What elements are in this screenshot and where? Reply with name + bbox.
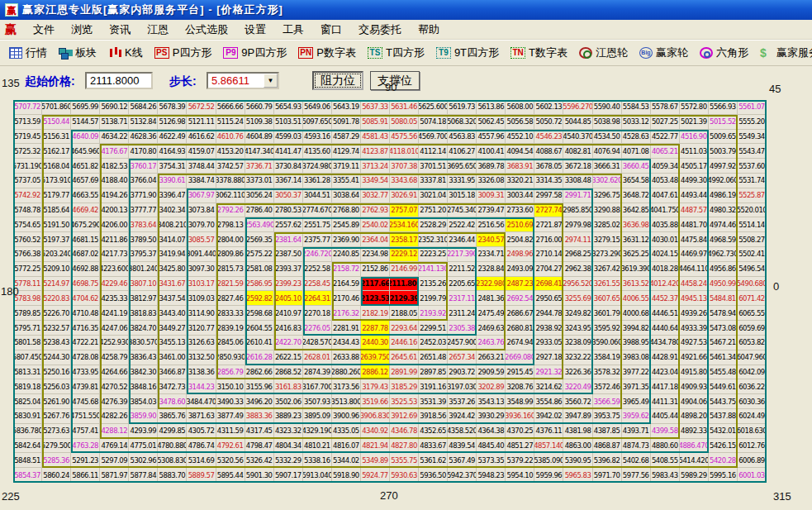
toolbar-label: 赢家轮 (656, 45, 688, 60)
toolbar-button-江恩轮[interactable]: 江恩轮 (573, 43, 634, 63)
grid-cell: 2845.06 (216, 336, 245, 350)
chevron-down-icon[interactable]: ▼ (264, 74, 278, 88)
grid-cell: 2293.64 (390, 321, 419, 336)
grid-cell: 2563.490 (245, 217, 274, 232)
grid-cell: 5009.65 (709, 130, 738, 145)
grid-cell: 2399.23 (274, 277, 303, 292)
grid-cell: 4106.27 (448, 144, 477, 159)
toolbar-button-板块[interactable]: 板块 (53, 43, 102, 63)
grid-cell: 4710.48 (71, 306, 100, 321)
grid-cell: 5989.29 (680, 468, 709, 483)
menu-item-设置[interactable]: 设置 (236, 21, 274, 39)
grid-cell: 5226.70 (42, 306, 71, 321)
grid-cell: 3285.02 (593, 217, 622, 232)
pn-badge-icon: PN (298, 47, 313, 59)
grid-cell: 2716.00 (534, 232, 563, 247)
grid-cell: 5801.58 (13, 336, 42, 350)
grid-cell: 4147.340 (245, 144, 274, 159)
grid-cell: 2504.82 (506, 232, 534, 247)
grid-cell: 5748.78 (13, 203, 42, 218)
menu-item-交易委托[interactable]: 交易委托 (350, 21, 410, 39)
angle-label-90: 90 (385, 81, 397, 93)
menu-item-江恩[interactable]: 江恩 (139, 21, 177, 39)
grid-cell: 4769.14 (100, 439, 129, 454)
grid-cell: 2211.52 (448, 262, 477, 277)
toolbar-button-赢家服务[interactable]: $赢家服务 (754, 43, 812, 63)
toolbar-label: P四方形 (173, 45, 212, 60)
step-label: 步长: (169, 74, 197, 89)
toolbar-button-P数字表[interactable]: PNP数字表 (292, 43, 362, 63)
toolbar-label: 江恩轮 (596, 45, 628, 60)
grid-cell: 4950.99 (709, 277, 738, 292)
menu-item-工具[interactable]: 工具 (274, 21, 312, 39)
grid-cell: 3132.50 (187, 350, 216, 365)
grid-cell: 2393.37 (274, 262, 303, 277)
grid-cell: 2452.03 (419, 336, 448, 350)
grid-cell: 2387.50 (274, 247, 303, 262)
grid-cell: 5461.34 (709, 350, 738, 365)
grid-cell: 2985.850 (563, 203, 592, 218)
grid-cell: 5267.76 (42, 409, 71, 424)
grid-cell: 5238.43 (42, 336, 71, 350)
menu-item-浏览[interactable]: 浏览 (63, 21, 101, 39)
angle-label-0: 0 (773, 280, 779, 293)
grid-cell: 3912.69 (390, 409, 419, 424)
grid-cell: 5297.09 (100, 453, 129, 468)
grid-cell: 3484.470 (187, 394, 216, 409)
angle-label-270: 270 (380, 489, 398, 502)
toolbar-button-K线[interactable]: K线 (102, 43, 149, 63)
toolbar-button-六角形[interactable]: 六角形 (694, 43, 754, 63)
grid-cell: 3155.96 (245, 379, 274, 394)
menu-item-公式选股[interactable]: 公式选股 (177, 21, 236, 39)
grid-cell: 3067.97 (187, 188, 216, 203)
grid-cell: 3689.78 (477, 159, 506, 174)
menu-logo-icon: 赢 (5, 22, 17, 37)
grid-cell: 2727.74 (534, 203, 563, 218)
grid-cell: 5285.36 (42, 453, 71, 468)
grid-cell: 3830.570 (129, 336, 158, 350)
grid-cell: 4452.37 (651, 291, 680, 306)
menu-item-资讯[interactable]: 资讯 (101, 21, 139, 39)
grid-cell: 4311.59 (216, 424, 245, 439)
grid-cell: 2276.05 (303, 321, 332, 336)
grid-cell: 4546.23 (534, 130, 563, 145)
grid-cell: 3478.60 (158, 394, 187, 409)
grid-cell: 4886.470 (680, 439, 709, 454)
resistance-button[interactable]: 阻力位 (312, 71, 363, 90)
grid-cell: 4141.47 (274, 144, 303, 159)
menu-item-文件[interactable]: 文件 (25, 21, 63, 39)
grid-cell: 2598.68 (245, 306, 274, 321)
grid-cell: 5279.500 (42, 439, 71, 454)
toolbar-button-行情[interactable]: 行情 (3, 43, 53, 63)
step-combobox[interactable]: 5.86611 ▼ (207, 72, 279, 89)
start-price-input[interactable] (85, 72, 153, 89)
grid-cell: 3402.34 (158, 203, 187, 218)
toolbar-button-赢家轮[interactable]: Big赢家轮 (634, 43, 694, 63)
grid-cell: 5185.64 (42, 203, 71, 218)
grid-cell: 3519.66 (361, 394, 390, 409)
grid-cell: 4065.21 (651, 144, 680, 159)
grid-cell: 4986.19 (709, 188, 738, 203)
grid-cell: 2334.71 (477, 247, 506, 262)
toolbar-button-T四方形[interactable]: TST四方形 (362, 43, 430, 63)
grid-cell: 3666.31 (593, 159, 622, 174)
grid-cell: 3214.62 (534, 379, 563, 394)
menu-item-窗口[interactable]: 窗口 (312, 21, 350, 39)
grid-cell: 5549.34 (738, 130, 767, 145)
menu-item-帮助[interactable]: 帮助 (410, 21, 448, 39)
grid-cell: 2446.16 (390, 336, 419, 350)
toolbar-button-9P四方形[interactable]: P99P四方形 (217, 43, 292, 63)
grid-cell: 2299.51 (419, 321, 448, 336)
grid-cell: 3660.45 (622, 159, 651, 174)
grid-cell: 4188.40 (100, 174, 129, 188)
grid-cell: 4012.420 (651, 277, 680, 292)
toolbar-button-P四方形[interactable]: PSP四方形 (149, 43, 218, 63)
grid-cell: 2997.58 (534, 188, 563, 203)
hexagon-icon (700, 47, 713, 59)
grid-cell: 5578.67 (651, 100, 680, 115)
grid-cell: 3302.620 (593, 174, 622, 188)
grid-cell: 2510.69 (506, 217, 534, 232)
grid-cell: 5132.84 (129, 115, 158, 130)
toolbar-button-T数字表[interactable]: TNT数字表 (505, 43, 573, 63)
toolbar-button-9T四方形[interactable]: T99T四方形 (430, 43, 505, 63)
